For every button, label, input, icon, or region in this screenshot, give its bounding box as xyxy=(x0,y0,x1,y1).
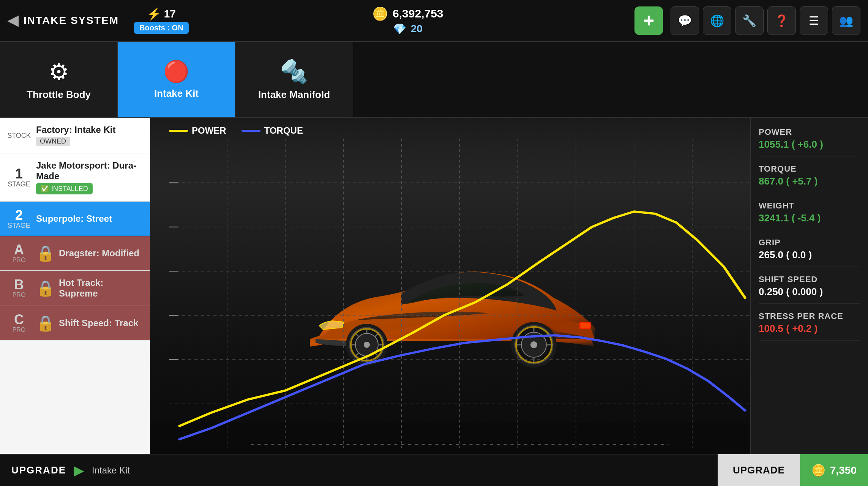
upgrade-item-stage2[interactable]: 2 STAGE Superpole: Street xyxy=(0,202,150,236)
stagea-letter: A xyxy=(14,243,24,257)
wrench-icon-button[interactable]: 🔧 xyxy=(735,6,764,35)
menu-icon-button[interactable]: ☰ xyxy=(800,6,828,35)
torque-legend: TORQUE xyxy=(241,125,303,136)
tab-intake-kit-label: Intake Kit xyxy=(154,88,199,99)
stat-torque-label: TORQUE xyxy=(759,164,860,174)
currency-value: 6,392,753 xyxy=(393,7,443,20)
add-currency-button[interactable]: + xyxy=(634,6,663,35)
stat-stress-value: 100.5 ( +0.2 ) xyxy=(759,323,860,335)
gem-icon: 💎 xyxy=(393,23,406,35)
stat-shift-speed-value: 0.250 ( 0.000 ) xyxy=(759,286,860,298)
stat-torque-value: 867.0 ( +5.7 ) xyxy=(759,175,860,187)
x-axis xyxy=(169,440,750,448)
energy-count: 17 xyxy=(164,8,176,20)
installed-label: INSTALLED xyxy=(51,185,88,193)
stage1-label: 1 STAGE xyxy=(8,167,30,188)
throttle-body-icon: ⚙ xyxy=(49,58,69,85)
upgrade-item-stage1[interactable]: 1 STAGE Jake Motorsport: Dura-Made ✅ INS… xyxy=(0,153,150,202)
stagea-label: A PRO xyxy=(8,243,30,264)
svg-point-17 xyxy=(530,341,537,348)
torque-legend-line xyxy=(241,130,260,132)
upgrade-label-area: UPGRADE ▶ Intake Kit xyxy=(0,462,718,478)
stat-power-label: POWER xyxy=(759,127,860,137)
globe-icon-button[interactable]: 🌐 xyxy=(703,6,731,35)
upgrade-name-stock: Factory: Intake Kit xyxy=(36,125,142,135)
stat-shift-speed: SHIFT SPEED 0.250 ( 0.000 ) xyxy=(759,275,860,304)
stat-weight: WEIGHT 3241.1 ( -5.4 ) xyxy=(759,201,860,230)
stock-stage-text: STOCK xyxy=(7,132,31,139)
stats-panel: POWER 1055.1 ( +6.0 ) TORQUE 867.0 ( +5.… xyxy=(750,118,868,454)
energy-row: ⚡ 17 xyxy=(147,7,176,21)
chat-icon-button[interactable]: 💬 xyxy=(671,6,699,35)
checkmark-icon: ✅ xyxy=(41,185,49,193)
upgrade-info-stage1: Jake Motorsport: Dura-Made ✅ INSTALLED xyxy=(36,160,142,194)
gem-row: 💎 20 xyxy=(393,23,423,35)
upgrade-info-stagec: Shift Speed: Track xyxy=(59,318,142,328)
car-area: POWER TORQUE xyxy=(150,118,750,454)
upgrade-name-stage1: Jake Motorsport: Dura-Made xyxy=(36,160,142,181)
back-button[interactable]: ◀ INTAKE SYSTEM xyxy=(8,13,119,28)
stat-grip: GRIP 265.0 ( 0.0 ) xyxy=(759,238,860,267)
currency-row: 🪙 6,392,753 xyxy=(372,6,443,21)
intake-kit-icon: 🔴 xyxy=(163,59,189,84)
tab-intake-manifold[interactable]: 🔩 Intake Manifold xyxy=(235,42,353,117)
power-legend: POWER xyxy=(169,125,226,136)
upgrade-item-stagea[interactable]: A PRO 🔒 Dragster: Modified xyxy=(0,236,150,271)
tab-intake-kit[interactable]: 🔴 Intake Kit xyxy=(118,42,235,117)
upgrade-action-button[interactable]: UPGRADE xyxy=(718,454,800,486)
gem-value: 20 xyxy=(411,23,423,35)
tab-intake-manifold-label: Intake Manifold xyxy=(258,89,330,101)
stat-torque: TORQUE 867.0 ( +5.7 ) xyxy=(759,164,860,193)
back-arrow-icon: ◀ xyxy=(8,13,19,28)
energy-icon: ⚡ xyxy=(147,7,161,21)
stage2-label: 2 STAGE xyxy=(8,208,30,229)
upgrade-info-stock: Factory: Intake Kit OWNED xyxy=(36,125,142,146)
help-icon-button[interactable]: ❓ xyxy=(767,6,796,35)
upgrade-button-area: UPGRADE 🪙 7,350 xyxy=(718,454,868,486)
graph-legend: POWER TORQUE xyxy=(169,125,303,136)
svg-point-4 xyxy=(364,342,370,348)
tab-throttle-body-label: Throttle Body xyxy=(27,89,91,101)
intake-manifold-icon: 🔩 xyxy=(280,58,308,85)
upgrade-info-stage2: Superpole: Street xyxy=(36,213,142,224)
stat-stress: STRESS PER RACE 100.5 ( +0.2 ) xyxy=(759,311,860,341)
price-button[interactable]: 🪙 7,350 xyxy=(800,454,868,486)
upgrade-list: STOCK Factory: Intake Kit OWNED 1 STAGE … xyxy=(0,118,150,454)
header: ◀ INTAKE SYSTEM ⚡ 17 Boosts : ON 🪙 6,392… xyxy=(0,0,868,42)
bottom-bar: UPGRADE ▶ Intake Kit UPGRADE 🪙 7,350 xyxy=(0,454,868,486)
page-title: INTAKE SYSTEM xyxy=(24,14,119,27)
tab-bar: ⚙ Throttle Body 🔴 Intake Kit 🔩 Intake Ma… xyxy=(0,42,868,118)
stat-shift-speed-label: SHIFT SPEED xyxy=(759,275,860,284)
header-icons: 💬 🌐 🔧 ❓ ☰ 👥 xyxy=(671,6,860,35)
stat-weight-label: WEIGHT xyxy=(759,201,860,211)
torque-legend-label: TORQUE xyxy=(264,125,303,136)
stat-grip-value: 265.0 ( 0.0 ) xyxy=(759,249,860,261)
lock-icon-c: 🔒 xyxy=(36,314,55,332)
upgrade-name-stage2: Superpole: Street xyxy=(36,213,142,224)
stagec-label: C PRO xyxy=(8,313,30,333)
main-content: STOCK Factory: Intake Kit OWNED 1 STAGE … xyxy=(0,118,868,454)
upgrade-item-stagec[interactable]: C PRO 🔒 Shift Speed: Track xyxy=(0,306,150,341)
stat-weight-value: 3241.1 ( -5.4 ) xyxy=(759,212,860,224)
stock-stage-label: STOCK xyxy=(8,132,30,139)
stagec-pro: PRO xyxy=(13,327,26,333)
upgrade-name-stagea: Dragster: Modified xyxy=(59,248,142,259)
players-icon-button[interactable]: 👥 xyxy=(832,6,860,35)
stat-power: POWER 1055.1 ( +6.0 ) xyxy=(759,127,860,156)
stage2-num: 2 xyxy=(15,208,23,222)
price-coin-icon: 🪙 xyxy=(811,464,825,477)
stagea-pro: PRO xyxy=(13,257,26,264)
upgrade-item-stageb[interactable]: B PRO 🔒 Hot Track: Supreme xyxy=(0,271,150,306)
power-legend-label: POWER xyxy=(192,125,226,136)
stage1-text: STAGE xyxy=(8,181,30,188)
stageb-label: B PRO xyxy=(8,278,30,298)
power-legend-line xyxy=(169,130,188,132)
upgrade-item-stock[interactable]: STOCK Factory: Intake Kit OWNED xyxy=(0,118,150,153)
boosts-badge[interactable]: Boosts : ON xyxy=(134,22,189,34)
energy-block: ⚡ 17 Boosts : ON xyxy=(134,7,189,34)
stage1-num: 1 xyxy=(15,167,23,181)
stagec-letter: C xyxy=(14,313,24,327)
upgrade-name-stageb: Hot Track: Supreme xyxy=(59,278,142,299)
tab-throttle-body[interactable]: ⚙ Throttle Body xyxy=(0,42,118,117)
play-arrow-icon: ▶ xyxy=(74,462,84,478)
